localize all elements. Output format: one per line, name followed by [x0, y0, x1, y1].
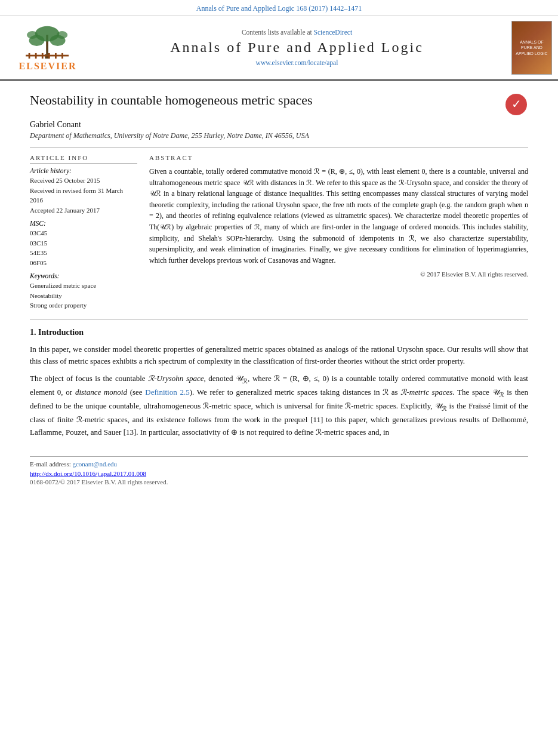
contents-available-text: Contents lists available at ScienceDirec…	[95, 29, 498, 36]
svg-rect-11	[48, 53, 50, 59]
email-label: E-mail address:	[30, 460, 71, 468]
intro-para-2: The object of focus is the countable ℛ-U…	[30, 373, 528, 438]
intro-para-1: In this paper, we consider model theoret…	[30, 343, 528, 368]
journal-title-area: Contents lists available at ScienceDirec…	[95, 29, 498, 67]
copyright-line: © 2017 Elsevier B.V. All rights reserved…	[149, 271, 528, 278]
issn-line: 0168-0072/© 2017 Elsevier B.V. All right…	[30, 478, 528, 485]
svg-text:✓: ✓	[511, 97, 522, 110]
elsevier-logo: ELSEVIER	[6, 24, 90, 72]
svg-point-5	[27, 31, 38, 39]
abstract-text: Given a countable, totally ordered commu…	[149, 166, 528, 266]
journal-title: Annals of Pure and Applied Logic	[95, 39, 498, 56]
svg-point-6	[57, 31, 67, 39]
msc-code-3: 54E35	[30, 248, 137, 258]
email-link[interactable]: gconant@nd.edu	[72, 460, 117, 468]
revised-date: Received in revised form 31 March 2016	[30, 186, 137, 205]
paper-title-section: Neostability in countable homogeneous me…	[30, 93, 528, 116]
divider-after-affiliation	[30, 147, 528, 148]
journal-cover-area: ANNALS OF PURE AND APPLIED LOGIC	[504, 21, 552, 75]
abstract-column: ABSTRACT Given a countable, totally orde…	[149, 154, 528, 311]
journal-url-link[interactable]: www.elsevier.com/locate/apal	[256, 59, 338, 66]
msc-label: MSC:	[30, 220, 137, 227]
doi-line: http://dx.doi.org/10.1016/j.apal.2017.01…	[30, 470, 528, 477]
doi-link[interactable]: http://dx.doi.org/10.1016/j.apal.2017.01…	[30, 470, 146, 477]
svg-rect-10	[42, 53, 44, 59]
msc-code-2: 03C15	[30, 238, 137, 248]
footnote-area: E-mail address: gconant@nd.edu http://dx…	[30, 456, 528, 485]
sciencedirect-link[interactable]: ScienceDirect	[314, 29, 353, 36]
svg-rect-12	[55, 53, 57, 59]
introduction-section: 1. Introduction In this paper, we consid…	[30, 328, 528, 439]
msc-section: MSC: 03C45 03C15 54E35 06F05	[30, 220, 137, 268]
journal-url: www.elsevier.com/locate/apal	[95, 58, 498, 67]
elsevier-tree-icon	[12, 24, 84, 60]
journal-citation-link[interactable]: Annals of Pure and Applied Logic 168 (20…	[196, 4, 362, 13]
msc-code-4: 06F05	[30, 258, 137, 268]
journal-header-bar: Annals of Pure and Applied Logic 168 (20…	[0, 0, 558, 16]
svg-rect-8	[29, 53, 30, 59]
article-info-column: ARTICLE INFO Article history: Received 2…	[30, 154, 137, 311]
definition-link[interactable]: Definition 2.5	[145, 388, 189, 397]
accepted-date: Accepted 22 January 2017	[30, 205, 137, 216]
article-history-label: Article history:	[30, 167, 137, 174]
keywords-label: Keywords:	[30, 272, 137, 279]
article-info-heading: ARTICLE INFO	[30, 154, 137, 164]
article-info-abstract-row: ARTICLE INFO Article history: Received 2…	[30, 154, 528, 311]
keywords-section: Keywords: Generalized metric space Neost…	[30, 272, 137, 311]
svg-rect-13	[61, 53, 63, 59]
elsevier-wordmark: ELSEVIER	[19, 61, 77, 72]
msc-code-1: 03C45	[30, 228, 137, 238]
received-date: Received 25 October 2015	[30, 176, 137, 186]
elsevier-logo-area: ELSEVIER	[6, 24, 90, 72]
journal-cover-image: ANNALS OF PURE AND APPLIED LOGIC	[511, 21, 552, 75]
section-divider-intro	[30, 319, 528, 319]
author-affiliation: Department of Mathematics, University of…	[30, 131, 528, 140]
paper-content: Neostability in countable homogeneous me…	[0, 81, 558, 497]
introduction-heading: 1. Introduction	[30, 328, 528, 337]
author-name: Gabriel Conant	[30, 120, 528, 130]
svg-rect-9	[35, 53, 37, 59]
paper-title: Neostability in countable homogeneous me…	[30, 93, 492, 108]
keyword-2: Neostability	[30, 291, 137, 301]
email-footnote: E-mail address: gconant@nd.edu	[30, 460, 528, 468]
crossmark-icon: ✓	[504, 93, 528, 116]
journal-banner: ELSEVIER Contents lists available at Sci…	[0, 16, 558, 81]
keyword-1: Generalized metric space	[30, 281, 137, 291]
keyword-3: Strong order property	[30, 300, 137, 311]
abstract-heading: ABSTRACT	[149, 154, 528, 161]
